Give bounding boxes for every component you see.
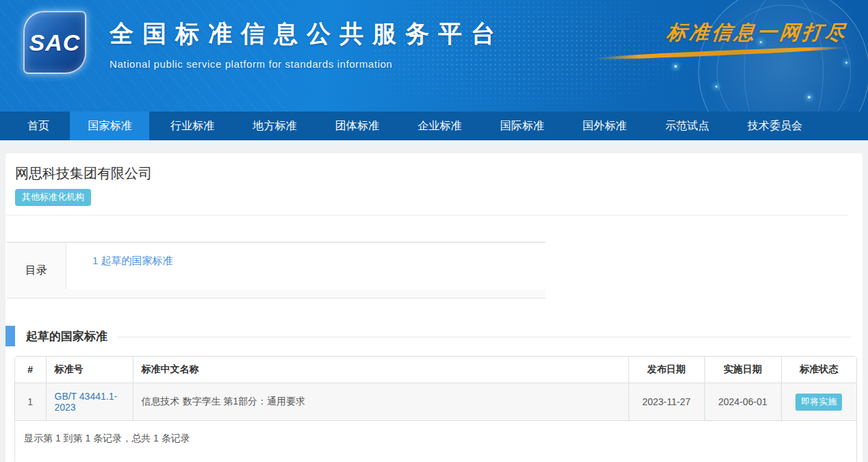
nav-item-international-standards[interactable]: 国际标准 xyxy=(483,112,562,140)
standards-table-container: # 标准号 标准中文名称 发布日期 实施日期 标准状态 1 GB/T 43441… xyxy=(14,356,857,462)
slogan: 标准信息一网打尽 xyxy=(580,19,847,55)
col-header-name: 标准中文名称 xyxy=(133,357,628,383)
section-title: 起草的国家标准 xyxy=(26,329,107,344)
table-header-row: # 标准号 标准中文名称 发布日期 实施日期 标准状态 xyxy=(15,357,856,383)
divider xyxy=(5,215,849,216)
page: { "header": { "logo_text": "SAC", "title… xyxy=(0,0,868,462)
content-card: 网思科技集团有限公司 其他标准化机构 目录 1 起草的国家标准 起草的国家标准 … xyxy=(5,153,863,462)
col-header-impl-date: 实施日期 xyxy=(704,357,781,383)
site-subtitle: National public service platform for sta… xyxy=(110,58,504,70)
spark-dot xyxy=(808,96,810,99)
nav-item-home[interactable]: 首页 xyxy=(10,112,67,140)
org-name: 网思科技集团有限公司 xyxy=(5,153,863,183)
nav-item-national-standards[interactable]: 国家标准 xyxy=(70,112,149,140)
record-summary: 显示第 1 到第 1 条记录，总共 1 条记录 xyxy=(15,421,856,462)
nav-item-local-standards[interactable]: 地方标准 xyxy=(235,112,314,140)
org-type-badge: 其他标准化机构 xyxy=(15,189,91,206)
standards-table: # 标准号 标准中文名称 发布日期 实施日期 标准状态 1 GB/T 43441… xyxy=(15,357,856,421)
cell-pub-date: 2023-11-27 xyxy=(628,383,704,421)
section-marker xyxy=(5,326,15,346)
spark-dot xyxy=(715,86,717,88)
col-header-std-no: 标准号 xyxy=(46,357,133,383)
spark-dot xyxy=(674,65,677,68)
toc-link-drafted-national-standards[interactable]: 1 起草的国家标准 xyxy=(92,255,173,266)
col-header-index: # xyxy=(15,357,46,383)
globe-graphic xyxy=(698,0,868,112)
sac-logo[interactable]: SAC xyxy=(23,11,86,74)
table-of-contents: 目录 1 起草的国家标准 xyxy=(7,242,546,298)
cell-std-name: 信息技术 数字孪生 第1部分：通用要求 xyxy=(133,383,628,421)
nav-item-technical-committees[interactable]: 技术委员会 xyxy=(730,112,820,140)
nav-item-pilot-demonstration[interactable]: 示范试点 xyxy=(648,112,727,140)
cell-std-no: GB/T 43441.1-2023 xyxy=(46,383,133,421)
col-header-pub-date: 发布日期 xyxy=(628,357,704,383)
spark-dot xyxy=(845,62,847,64)
slogan-text: 标准信息一网打尽 xyxy=(665,19,849,47)
std-no-link[interactable]: GB/T 43441.1-2023 xyxy=(55,391,118,413)
site-header: SAC 全国标准信息公共服务平台 National public service… xyxy=(0,0,868,112)
toc-label: 目录 xyxy=(7,243,66,298)
cell-impl-date: 2024-06-01 xyxy=(704,383,781,421)
header-titles: 全国标准信息公共服务平台 National public service pla… xyxy=(110,18,504,70)
main-nav: 首页 国家标准 行业标准 地方标准 团体标准 企业标准 国际标准 国外标准 示范… xyxy=(0,112,868,140)
cell-status: 即将实施 xyxy=(781,383,856,421)
nav-item-industry-standards[interactable]: 行业标准 xyxy=(153,112,232,140)
nav-item-foreign-standards[interactable]: 国外标准 xyxy=(565,112,644,140)
status-badge: 即将实施 xyxy=(795,394,842,411)
nav-item-enterprise-standards[interactable]: 企业标准 xyxy=(400,112,479,140)
col-header-status: 标准状态 xyxy=(781,357,856,383)
section-rule xyxy=(117,337,851,337)
nav-item-group-standards[interactable]: 团体标准 xyxy=(318,112,397,140)
cell-index: 1 xyxy=(15,383,46,421)
section-header: 起草的国家标准 xyxy=(5,326,863,346)
toc-content: 1 起草的国家标准 xyxy=(66,243,546,290)
sac-logo-text: SAC xyxy=(29,29,81,56)
site-title: 全国标准信息公共服务平台 xyxy=(110,18,504,50)
table-row: 1 GB/T 43441.1-2023 信息技术 数字孪生 第1部分：通用要求 … xyxy=(15,383,856,421)
